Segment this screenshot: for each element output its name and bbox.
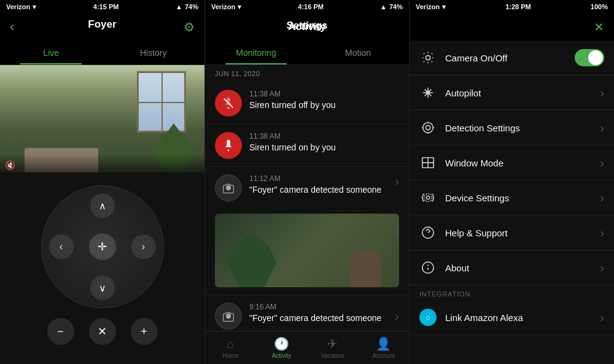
signal-icon: ▲ (176, 3, 182, 10)
chevron-icon-3: › (395, 174, 399, 188)
status-bar-settings: Verizon ▾ 1:28 PM 100% (410, 0, 614, 14)
thumb-plant (227, 232, 276, 287)
cancel-button[interactable]: ✕ (89, 318, 116, 345)
camera-feed: 🔇 (0, 65, 204, 172)
joystick-right-button[interactable]: › (131, 234, 156, 259)
joystick-up-button[interactable]: ∧ (90, 193, 115, 218)
close-button[interactable]: ✕ (594, 20, 604, 34)
svg-point-6 (426, 125, 430, 130)
mute-icon[interactable]: 🔇 (5, 160, 15, 170)
activity-desc-2: Siren turned on by you (249, 142, 399, 153)
svg-point-14 (426, 196, 430, 199)
account-label: Account (372, 352, 394, 359)
joystick: ∧ ∨ ‹ › ✛ (41, 185, 164, 308)
tab-monitoring[interactable]: Monitoring (205, 41, 307, 64)
tab-motion[interactable]: Motion (307, 41, 409, 64)
date-header: JUN 11, 2020 (205, 65, 409, 82)
settings-panel: Verizon ▾ 1:28 PM 100% Settings ✕ Camera… (410, 0, 614, 364)
activity-content-2: 11:38 AM Siren turned on by you (249, 132, 399, 153)
joystick-down-button[interactable]: ∨ (90, 276, 115, 300)
detection-chevron: › (600, 121, 604, 135)
carrier-label-2: Verizon (211, 3, 235, 10)
camera-detect-icon-1 (215, 174, 242, 201)
zoom-out-button[interactable]: − (47, 318, 74, 345)
back-button[interactable]: ‹ (10, 19, 14, 35)
battery-label-2: 74% (389, 3, 403, 10)
settings-item-about[interactable]: About › (410, 250, 614, 285)
autopilot-label: Autopilot (445, 88, 591, 98)
activity-thumbnail-1 (215, 214, 399, 287)
svg-point-5 (423, 123, 433, 133)
window-mode-icon (419, 154, 437, 171)
settings-item-window[interactable]: Window Mode › (410, 145, 614, 180)
about-chevron: › (600, 261, 604, 275)
svg-point-1 (226, 185, 231, 190)
nav-account[interactable]: 👤 Account (358, 331, 409, 364)
carrier-label-3: Verizon (416, 3, 440, 10)
settings-item-device[interactable]: Device Settings › (410, 180, 614, 215)
settings-list: Camera On/Off Autopilot › (410, 41, 614, 364)
nav-vacation[interactable]: ✈ Vacation (307, 331, 358, 364)
activity-content-1: 11:38 AM Siren turned off by you (249, 90, 399, 110)
time-label-2: 4:16 PM (298, 3, 324, 10)
settings-icon[interactable]: ⚙ (184, 20, 195, 34)
carrier-label: Verizon (6, 3, 30, 10)
settings-item-help[interactable]: Help & Support › (410, 215, 614, 250)
activity-time-4: 9:16 AM (249, 303, 399, 311)
zoom-in-button[interactable]: + (131, 318, 158, 345)
detection-icon (419, 119, 437, 136)
activity-time-2: 11:38 AM (249, 132, 399, 141)
activity-item-siren-off[interactable]: 11:38 AM Siren turned off by you (205, 82, 409, 125)
settings-item-detection[interactable]: Detection Settings › (410, 110, 614, 145)
alexa-icon: ○ (419, 309, 437, 326)
about-label: About (445, 263, 591, 273)
activity-item-detected-1[interactable]: 11:12 AM "Foyer" camera detected someone… (205, 167, 409, 295)
room-window (137, 71, 186, 133)
camera-overlay: 🔇 (0, 154, 204, 172)
help-chevron: › (600, 226, 604, 240)
activity-item-detected-2[interactable]: 9:16 AM "Foyer" camera detected someone (205, 295, 409, 331)
nav-activity[interactable]: 🕐 Activity (256, 331, 307, 364)
up-arrow-icon: ∧ (99, 200, 106, 212)
nav-home[interactable]: ⌂ Home (205, 331, 256, 364)
bottom-controls: − ✕ + (47, 318, 158, 345)
svg-point-15 (424, 194, 432, 202)
settings-header: Settings ✕ (410, 14, 614, 41)
left-arrow-icon: ‹ (60, 241, 63, 252)
activity-content-3: 11:12 AM "Foyer" camera detected someone (249, 174, 387, 195)
settings-item-camera-onoff[interactable]: Camera On/Off (410, 41, 614, 76)
settings-item-alexa[interactable]: ○ Link Amazon Alexa › (410, 300, 614, 335)
window-mode-label: Window Mode (445, 158, 591, 168)
activity-content-4: 9:16 AM "Foyer" camera detected someone (249, 303, 399, 323)
tab-live[interactable]: Live (0, 41, 103, 64)
autopilot-icon (419, 84, 437, 101)
home-label: Home (222, 352, 239, 359)
bottom-nav: ⌂ Home 🕐 Activity ✈ Vacation 👤 Account (205, 331, 409, 364)
joystick-center-button[interactable]: ✛ (89, 233, 116, 260)
help-icon (419, 224, 437, 241)
camera-onoff-toggle[interactable] (575, 49, 604, 66)
camera-controls: ∧ ∨ ‹ › ✛ − ✕ + (0, 172, 204, 364)
activity-label: Activity (272, 352, 292, 359)
move-icon: ✛ (98, 240, 107, 254)
x-icon: ✕ (98, 325, 107, 338)
down-arrow-icon: ∨ (99, 282, 106, 294)
autopilot-chevron: › (600, 86, 604, 100)
wifi-icon: ▾ (33, 3, 36, 11)
wifi-icon-2: ▾ (238, 3, 241, 11)
toggle-knob (588, 50, 603, 65)
activity-item-siren-on[interactable]: 11:38 AM Siren turned on by you (205, 125, 409, 167)
joystick-left-button[interactable]: ‹ (49, 234, 74, 259)
device-settings-icon (419, 189, 437, 206)
activity-desc-3: "Foyer" camera detected someone (249, 184, 387, 195)
help-support-label: Help & Support (445, 228, 591, 238)
settings-title: Settings (286, 20, 327, 32)
activity-time-1: 11:38 AM (249, 90, 399, 98)
minus-icon: − (57, 325, 64, 338)
time-label: 4:15 PM (93, 3, 119, 10)
tab-history[interactable]: History (103, 41, 205, 64)
camera-detect-icon-2 (215, 303, 242, 330)
plus-icon: + (141, 325, 147, 338)
settings-item-autopilot[interactable]: Autopilot › (410, 76, 614, 110)
detection-label: Detection Settings (445, 123, 591, 133)
